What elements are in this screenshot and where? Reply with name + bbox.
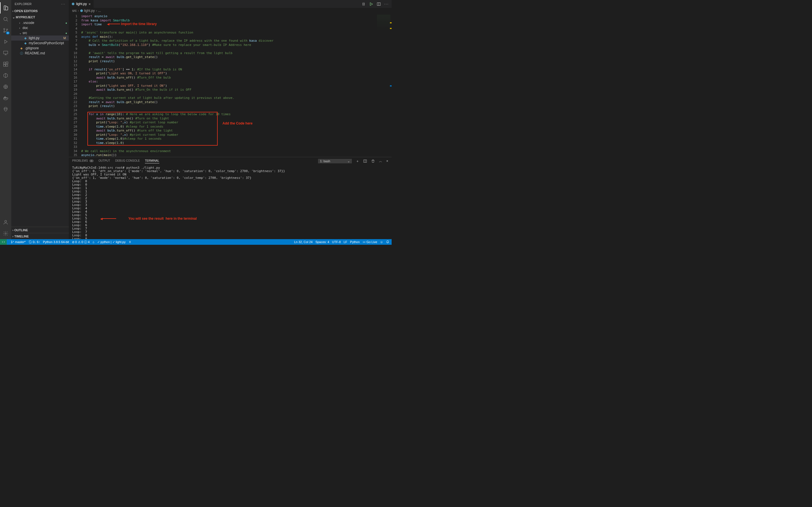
- file-README-md[interactable]: ⓘREADME.md: [11, 51, 69, 56]
- svg-rect-8: [6, 62, 8, 64]
- cursor-position[interactable]: Ln 32, Col 24: [294, 240, 312, 244]
- file-light-py[interactable]: ◆light.pyM: [11, 36, 69, 41]
- explorer-icon[interactable]: [0, 2, 11, 13]
- sidebar-title: EXPLORER: [15, 2, 32, 6]
- git-sync[interactable]: 0↓ 6↑: [29, 240, 40, 244]
- tab-bar: ⬢ light.py × ···: [69, 0, 392, 8]
- svg-point-18: [5, 233, 6, 234]
- go-live[interactable]: Go Live: [363, 240, 377, 244]
- compare-changes-icon[interactable]: [361, 2, 366, 6]
- svg-point-17: [5, 220, 7, 222]
- svg-point-22: [11, 242, 12, 243]
- svg-point-23: [13, 241, 13, 242]
- sidebar-header: EXPLORER ···: [11, 0, 69, 8]
- ports-status[interactable]: ⌂: [93, 240, 94, 244]
- panel-tab-problems[interactable]: PROBLEMS 4: [72, 159, 94, 163]
- activity-bar: 3: [0, 0, 11, 239]
- file-tree: ›.vscode●›doc⌄src●◆light.pyM◆mySecondPyt…: [11, 20, 69, 227]
- editor-body[interactable]: 1234567891011121314151617181920212223242…: [69, 13, 392, 157]
- file-mySecondPythonScript[interactable]: ◆mySecondPythonScript: [11, 41, 69, 46]
- problems-status[interactable]: ⊘0 ⚠0 ⓘ4: [72, 240, 90, 244]
- svg-point-25: [364, 242, 364, 242]
- bottom-panel: PROBLEMS 4 OUTPUT DEBUG CONSOLE TERMINAL…: [69, 157, 392, 239]
- tab-light-py[interactable]: ⬢ light.py ×: [69, 0, 94, 8]
- language-mode[interactable]: Python: [350, 240, 360, 244]
- panel-tab-debug[interactable]: DEBUG CONSOLE: [115, 159, 140, 163]
- kill-terminal-icon[interactable]: [371, 159, 375, 163]
- settings-gear-icon[interactable]: [0, 228, 11, 239]
- maximize-panel-icon[interactable]: ︿: [379, 159, 382, 164]
- overview-ruler: [389, 13, 392, 157]
- remote-indicator[interactable]: [0, 239, 7, 245]
- folder-doc[interactable]: ›doc: [11, 25, 69, 31]
- svg-point-10: [5, 86, 6, 88]
- extensions-icon[interactable]: [0, 59, 11, 70]
- panel-tab-output[interactable]: OUTPUT: [99, 159, 110, 163]
- alien-icon[interactable]: [0, 104, 11, 115]
- svg-rect-11: [4, 98, 4, 98]
- split-terminal-icon[interactable]: [363, 159, 367, 163]
- svg-point-2: [4, 31, 5, 33]
- database-icon[interactable]: [0, 81, 11, 93]
- encoding[interactable]: UTF-8: [332, 240, 341, 244]
- run-debug-icon[interactable]: [0, 36, 11, 47]
- editor-area: ⬢ light.py × ··· src › ⬢ light.py ›: [69, 0, 392, 239]
- timeline-section[interactable]: › TIMELINE: [11, 233, 69, 239]
- close-panel-icon[interactable]: ×: [386, 159, 388, 163]
- svg-point-21: [11, 241, 12, 241]
- open-editors-section[interactable]: › OPEN EDITORS: [11, 8, 69, 14]
- run-file-icon[interactable]: [369, 2, 373, 6]
- live-share-icon[interactable]: [128, 240, 132, 244]
- testing-icon[interactable]: [0, 70, 11, 81]
- scm-badge: 3: [6, 32, 10, 34]
- svg-rect-5: [4, 62, 6, 64]
- terminal-output[interactable]: TuRiNgMaChInE-1444:src root# python3 ./l…: [69, 165, 392, 239]
- svg-point-15: [4, 108, 5, 109]
- code-content[interactable]: import asynciofrom kasa import SmartBulb…: [81, 13, 392, 157]
- terminal-select[interactable]: 1: bash: [318, 159, 352, 163]
- more-icon[interactable]: ···: [61, 2, 65, 6]
- svg-rect-7: [6, 64, 8, 66]
- docker-icon[interactable]: [0, 93, 11, 104]
- eol[interactable]: LF: [344, 240, 347, 244]
- tab-label: light.py: [76, 2, 87, 6]
- search-icon[interactable]: [0, 13, 11, 25]
- split-editor-icon[interactable]: [377, 2, 381, 6]
- python-interpreter[interactable]: Python 3.8.5 64-bit: [43, 240, 69, 244]
- svg-rect-12: [5, 98, 6, 98]
- linter-status[interactable]: ✓python | ✓light.py: [97, 240, 126, 244]
- svg-rect-6: [4, 64, 6, 66]
- feedback-icon[interactable]: ☺: [380, 240, 383, 244]
- accounts-icon[interactable]: [0, 217, 11, 228]
- svg-point-16: [6, 108, 7, 109]
- remote-explorer-icon[interactable]: [0, 47, 11, 59]
- more-actions-icon[interactable]: ···: [384, 2, 389, 6]
- panel-tab-terminal[interactable]: TERMINAL: [145, 159, 159, 163]
- sidebar: EXPLORER ··· › OPEN EDITORS ⌄ MYPROJECT …: [11, 0, 69, 239]
- source-control-icon[interactable]: 3: [0, 25, 11, 36]
- svg-point-3: [6, 29, 8, 30]
- git-branch[interactable]: master*: [11, 240, 26, 244]
- svg-point-24: [130, 242, 130, 242]
- python-file-icon: ⬢: [71, 2, 74, 6]
- new-terminal-icon[interactable]: ＋: [356, 159, 359, 164]
- svg-point-1: [4, 29, 5, 30]
- outline-section[interactable]: › OUTLINE: [11, 227, 69, 233]
- project-section[interactable]: ⌄ MYPROJECT: [11, 14, 69, 20]
- svg-rect-13: [6, 98, 6, 98]
- folder-src[interactable]: ⌄src●: [11, 31, 69, 36]
- svg-rect-4: [4, 51, 8, 54]
- indentation[interactable]: Spaces: 4: [315, 240, 329, 244]
- svg-point-0: [4, 17, 7, 20]
- file--gitignore[interactable]: ◈.gitignore: [11, 46, 69, 51]
- line-gutter: 1234567891011121314151617181920212223242…: [69, 13, 81, 157]
- breadcrumbs[interactable]: src › ⬢ light.py › ...: [69, 8, 392, 13]
- close-tab-icon[interactable]: ×: [89, 2, 91, 6]
- status-bar: master* 0↓ 6↑ Python 3.8.5 64-bit ⊘0 ⚠0 …: [0, 239, 392, 245]
- svg-rect-14: [5, 97, 6, 98]
- notifications-icon[interactable]: [386, 240, 389, 244]
- folder--vscode[interactable]: ›.vscode●: [11, 20, 69, 25]
